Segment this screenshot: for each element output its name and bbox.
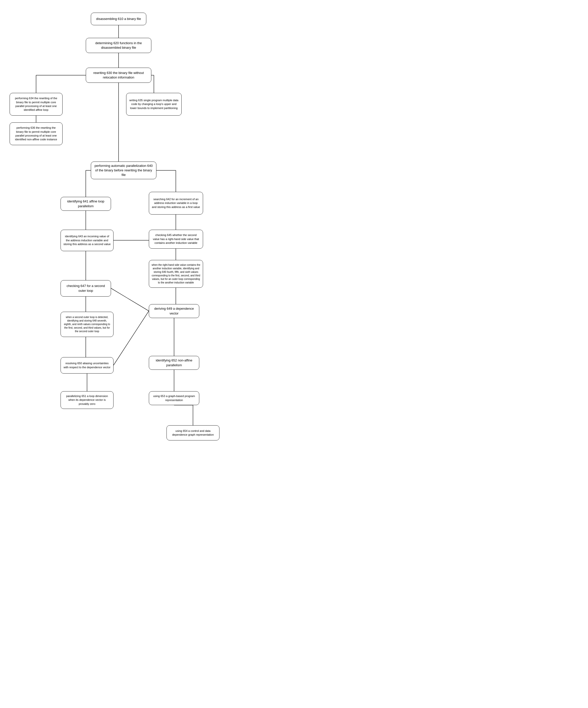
box-630: rewriting 630 the binary file without re… — [86, 68, 151, 83]
box-641: identifying 641 affine loop parallelism — [61, 197, 111, 211]
box-635: writing 635 single program multiple data… — [126, 93, 182, 116]
box-640: performing automatic parallelization 640… — [91, 161, 156, 179]
box-645: checking 645 whether the second value ha… — [149, 230, 203, 248]
box-651: parallelizing 651 a loop dimension when … — [61, 391, 114, 409]
box-634: performing 634 the rewriting of the bina… — [9, 93, 63, 116]
box-649: deriving 649 a dependence vector — [149, 304, 199, 318]
box-647: checking 647 for a second outer loop — [61, 280, 111, 297]
svg-line-19 — [111, 288, 149, 311]
box-636: performing 636 the rewriting the binary … — [9, 122, 63, 145]
box-610: disassembling 610 a binary file — [91, 12, 146, 25]
flowchart-diagram: disassembling 610 a binary file determin… — [5, 5, 247, 661]
box-650: resolving 650 aliasing uncertainties wit… — [61, 357, 114, 374]
svg-line-21 — [114, 311, 149, 365]
box-646: when the right-hand side value contains … — [149, 260, 203, 288]
box-653: using 653 a graph-based program represen… — [149, 391, 199, 405]
box-648: when a second outer loop is detected, id… — [61, 312, 114, 337]
box-620: determining 620 functions in the disasse… — [86, 38, 151, 53]
box-652: identifying 652 non-affine parallelism — [149, 356, 199, 370]
box-642: searching 642 for an increment of an add… — [149, 192, 203, 214]
box-643: identifying 643 an incoming value of the… — [61, 230, 114, 251]
box-654: using 654 a control and data dependence … — [166, 425, 219, 440]
